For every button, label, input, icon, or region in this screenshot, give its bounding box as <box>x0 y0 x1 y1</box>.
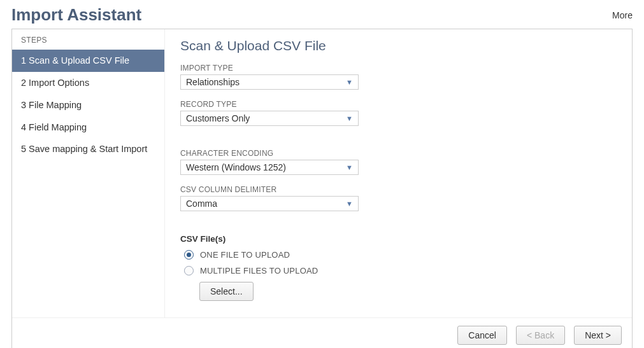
delimiter-label: CSV COLUMN DELIMITER <box>180 185 617 194</box>
page-title: Import Assistant <box>11 5 141 25</box>
step-3-file-mapping[interactable]: 3 File Mapping <box>12 94 164 116</box>
chevron-down-icon: ▼ <box>346 115 353 122</box>
import-type-value: Relationships <box>186 77 240 87</box>
chevron-down-icon: ▼ <box>346 164 353 171</box>
select-file-button[interactable]: Select... <box>199 282 254 301</box>
step-4-field-mapping[interactable]: 4 Field Mapping <box>12 116 164 139</box>
back-button[interactable]: < Back <box>516 326 565 345</box>
encoding-select[interactable]: Western (Windows 1252) ▼ <box>180 160 359 175</box>
encoding-value: Western (Windows 1252) <box>186 162 286 172</box>
wizard-panel: STEPS 1 Scan & Upload CSV File 2 Import … <box>11 29 633 348</box>
next-button[interactable]: Next > <box>574 326 622 345</box>
cancel-button[interactable]: Cancel <box>457 326 507 345</box>
chevron-down-icon: ▼ <box>346 78 353 86</box>
step-1-scan-upload[interactable]: 1 Scan & Upload CSV File <box>12 50 164 72</box>
record-type-label: RECORD TYPE <box>180 100 617 109</box>
steps-heading: STEPS <box>12 29 164 50</box>
one-file-radio[interactable] <box>184 250 194 260</box>
multiple-files-label: MULTIPLE FILES TO UPLOAD <box>200 266 318 275</box>
record-type-select[interactable]: Customers Only ▼ <box>180 111 359 126</box>
record-type-value: Customers Only <box>186 113 250 123</box>
csv-files-label: CSV File(s) <box>180 234 617 244</box>
chevron-down-icon: ▼ <box>346 200 353 207</box>
more-link[interactable]: More <box>612 10 633 20</box>
step-2-import-options[interactable]: 2 Import Options <box>12 72 164 94</box>
step-5-save-start[interactable]: 5 Save mapping & Start Import <box>12 138 164 160</box>
delimiter-value: Comma <box>186 198 217 209</box>
import-type-select[interactable]: Relationships ▼ <box>180 74 359 90</box>
delimiter-select[interactable]: Comma ▼ <box>180 196 359 211</box>
one-file-label: ONE FILE TO UPLOAD <box>200 250 290 260</box>
main-content: Scan & Upload CSV File IMPORT TYPE Relat… <box>165 29 632 317</box>
wizard-footer: Cancel < Back Next > <box>12 317 632 348</box>
step-heading: Scan & Upload CSV File <box>180 38 617 53</box>
encoding-label: CHARACTER ENCODING <box>180 149 617 158</box>
steps-sidebar: STEPS 1 Scan & Upload CSV File 2 Import … <box>12 29 165 317</box>
import-type-label: IMPORT TYPE <box>180 64 617 73</box>
multiple-files-radio[interactable] <box>184 266 194 275</box>
